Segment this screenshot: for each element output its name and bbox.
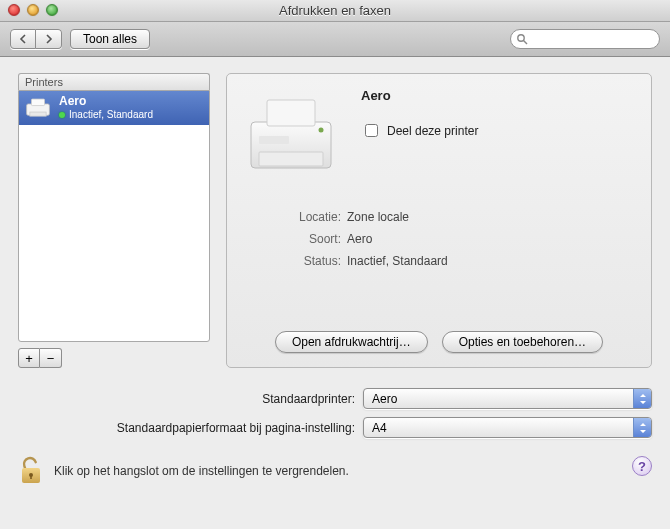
printer-details-panel: Aero Deel deze printer Locatie: Zone loc… <box>226 73 652 368</box>
printer-list-item[interactable]: Aero Inactief, Standaard <box>19 91 209 125</box>
add-printer-button[interactable]: + <box>18 348 40 368</box>
popup-arrows-icon <box>633 389 651 408</box>
minimize-window-button[interactable] <box>27 4 39 16</box>
status-led-icon <box>59 112 65 118</box>
window-controls <box>8 4 58 16</box>
default-paper-popup[interactable]: A4 <box>363 417 652 438</box>
search-icon <box>516 33 528 45</box>
window-title: Afdrukken en faxen <box>279 3 391 18</box>
add-remove-segment: + − <box>18 348 210 368</box>
svg-rect-8 <box>259 136 289 144</box>
printer-icon <box>25 97 51 119</box>
share-printer-label: Deel deze printer <box>387 124 478 138</box>
default-printer-popup[interactable]: Aero <box>363 388 652 409</box>
printers-list[interactable]: Aero Inactief, Standaard <box>18 90 210 342</box>
printers-list-header: Printers <box>18 73 210 90</box>
remove-printer-button[interactable]: − <box>40 348 62 368</box>
svg-line-1 <box>524 41 528 45</box>
kind-label: Soort: <box>241 232 341 246</box>
nav-segment <box>10 29 62 49</box>
svg-rect-7 <box>259 152 323 166</box>
svg-rect-12 <box>30 475 32 479</box>
lock-text: Klik op het hangslot om de instellingen … <box>54 464 349 478</box>
chevron-right-icon <box>45 34 53 44</box>
svg-point-9 <box>319 128 324 133</box>
open-print-queue-button[interactable]: Open afdrukwachtrij… <box>275 331 428 353</box>
svg-rect-4 <box>30 112 46 116</box>
lock-row: Klik op het hangslot om de instellingen … <box>18 456 652 486</box>
status-value: Inactief, Standaard <box>347 254 637 268</box>
show-all-button[interactable]: Toon alles <box>70 29 150 49</box>
search-input[interactable] <box>510 29 660 49</box>
window-titlebar: Afdrukken en faxen <box>0 0 670 22</box>
zoom-window-button[interactable] <box>46 4 58 16</box>
printer-name-heading: Aero <box>361 88 478 103</box>
printer-item-name: Aero <box>59 95 153 108</box>
kind-value: Aero <box>347 232 637 246</box>
share-printer-checkbox[interactable] <box>365 124 378 137</box>
forward-button[interactable] <box>36 29 62 49</box>
default-printer-value: Aero <box>372 392 397 406</box>
default-paper-label: Standaardpapierformaat bij pagina-instel… <box>18 421 363 435</box>
svg-point-0 <box>518 35 524 41</box>
status-label: Status: <box>241 254 341 268</box>
share-printer-row[interactable]: Deel deze printer <box>361 121 478 140</box>
printer-info-grid: Locatie: Zone locale Soort: Aero Status:… <box>241 210 637 268</box>
toolbar: Toon alles <box>0 22 670 57</box>
close-window-button[interactable] <box>8 4 20 16</box>
chevron-left-icon <box>19 34 27 44</box>
content-area: Printers Aero Inactief, Standaard <box>0 57 670 496</box>
defaults-section: Standaardprinter: Aero Standaardpapierfo… <box>18 388 652 438</box>
svg-rect-6 <box>267 100 315 126</box>
printers-column: Printers Aero Inactief, Standaard <box>18 73 210 368</box>
unlocked-padlock-icon[interactable] <box>18 456 44 486</box>
printer-large-icon <box>241 88 341 188</box>
options-supplies-button[interactable]: Opties en toebehoren… <box>442 331 603 353</box>
svg-rect-3 <box>32 99 45 106</box>
printer-item-status-text: Inactief, Standaard <box>69 108 153 121</box>
default-paper-value: A4 <box>372 421 387 435</box>
default-printer-label: Standaardprinter: <box>18 392 363 406</box>
location-value: Zone locale <box>347 210 637 224</box>
location-label: Locatie: <box>241 210 341 224</box>
back-button[interactable] <box>10 29 36 49</box>
printer-item-status: Inactief, Standaard <box>59 108 153 121</box>
search-field-wrap <box>510 29 660 49</box>
help-button[interactable]: ? <box>632 456 652 476</box>
popup-arrows-icon <box>633 418 651 437</box>
